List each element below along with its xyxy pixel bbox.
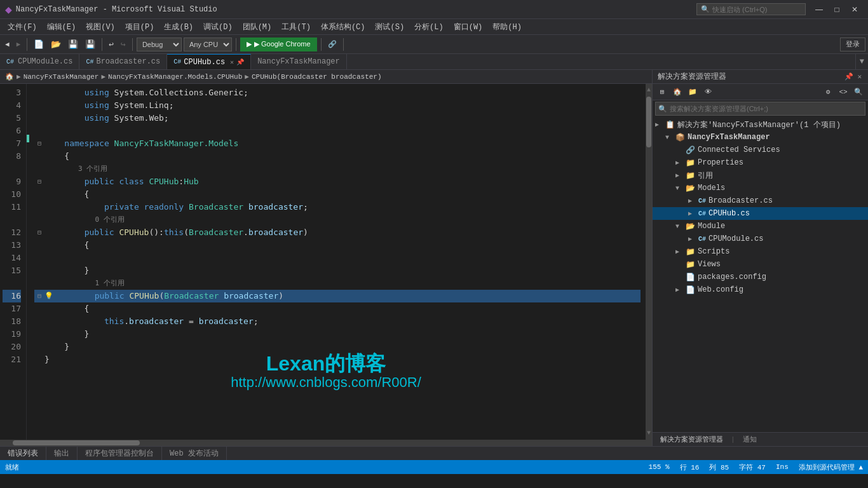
se-btn-showall[interactable]: 👁 xyxy=(701,86,715,98)
menu-arch[interactable]: 体系结构(C) xyxy=(316,20,370,34)
se-btn-collapse[interactable]: ⊞ xyxy=(655,86,669,98)
breadcrumb-sep3: ▶ xyxy=(245,72,249,81)
breadcrumb-project[interactable]: 🏠 xyxy=(5,72,14,81)
search-box[interactable]: 🔍 xyxy=(696,3,806,15)
horizontal-scrollbar[interactable] xyxy=(0,440,652,446)
status-zoom[interactable]: 155 % xyxy=(649,463,670,471)
se-btn-preview[interactable]: 🔍 xyxy=(851,86,865,98)
se-footer-tab2[interactable]: 通知 xyxy=(740,435,759,444)
se-btn-filter[interactable]: 📁 xyxy=(686,86,700,98)
code-line-3: using System.Collections.Generic; xyxy=(34,86,641,99)
breadcrumb-project-name[interactable]: NancyFxTaskManager xyxy=(24,73,99,81)
quick-launch-input[interactable] xyxy=(712,6,801,13)
menu-team[interactable]: 团队(M) xyxy=(238,20,277,34)
vertical-scrollbar[interactable]: ▲ ▼ xyxy=(646,84,652,440)
code-ref-hint-0: 0 个引用 xyxy=(34,214,641,226)
se-search-box[interactable]: 🔍 xyxy=(655,102,865,116)
vscroll-thumb[interactable] xyxy=(646,97,651,147)
menu-help[interactable]: 帮助(H) xyxy=(487,20,527,34)
code-line-18: this.broadcaster = broadcaster; xyxy=(34,315,641,328)
toolbar-open[interactable]: 📂 xyxy=(48,38,64,51)
toolbar-undo[interactable]: ↩ xyxy=(106,38,116,51)
status-ready[interactable]: 就绪 xyxy=(5,463,19,472)
status-bar: 就绪 155 % 行 16 列 85 字符 47 Ins 添加到源代码管理 ▲ xyxy=(0,460,868,474)
tree-item-cpuhub[interactable]: ▶ C# CPUHub.cs xyxy=(653,207,868,220)
status-mode[interactable]: Ins xyxy=(776,463,789,471)
menu-file[interactable]: 文件(F) xyxy=(3,20,42,34)
tree-item-packages[interactable]: 📄 packages.config xyxy=(653,271,868,283)
tree-item-project[interactable]: ▼ 📦 NancyFxTaskManager xyxy=(653,131,868,144)
tab-broadcaster[interactable]: C# Broadcaster.cs xyxy=(79,54,167,69)
toolbar-save[interactable]: 💾 xyxy=(65,38,81,51)
toolbar-back[interactable]: ◀ xyxy=(3,39,12,50)
close-button[interactable]: ✕ xyxy=(846,3,863,16)
toolbar-attach[interactable]: 🔗 xyxy=(325,39,339,50)
tab-cpumodule[interactable]: C# CPUModule.cs xyxy=(0,54,79,69)
toolbar-redo[interactable]: ↪ xyxy=(118,38,128,51)
line-numbers: 3 4 5 6 7 8 9 10 11 12 13 14 15 16 17 18… xyxy=(0,84,27,440)
toolbar-forward[interactable]: ▶ xyxy=(14,39,24,50)
menu-test[interactable]: 测试(S) xyxy=(370,20,409,34)
tab-project[interactable]: NancyFxTaskManager xyxy=(251,54,347,69)
tree-item-views[interactable]: 📁 Views xyxy=(653,258,868,271)
hscroll-thumb[interactable] xyxy=(13,440,140,445)
code-content[interactable]: using System.Collections.Generic; using … xyxy=(29,84,646,440)
menu-bar: 文件(F) 编辑(E) 视图(V) 项目(P) 生成(B) 调试(D) 团队(M… xyxy=(0,19,868,35)
status-row[interactable]: 行 16 xyxy=(680,463,700,472)
toolbar-separator4 xyxy=(236,38,236,51)
menu-analyze[interactable]: 分析(L) xyxy=(409,20,449,34)
tree-item-broadcaster[interactable]: ▶ C# Broadcaster.cs xyxy=(653,194,868,207)
tree-item-scripts[interactable]: ▶ 📁 Scripts xyxy=(653,245,868,258)
se-btn-settings[interactable]: ⚙ xyxy=(821,86,835,98)
login-button[interactable]: 登录 xyxy=(840,37,865,51)
menu-tools[interactable]: 工具(T) xyxy=(276,20,316,34)
se-footer-tab1[interactable]: 解决方案资源管理器 xyxy=(658,435,726,444)
run-button[interactable]: ▶ ▶ Google Chrome xyxy=(240,37,317,51)
se-search-input[interactable] xyxy=(670,105,862,112)
menu-build[interactable]: 生成(B) xyxy=(159,20,198,34)
tree-item-references[interactable]: ▶ 📁 引用 xyxy=(653,169,868,182)
se-footer-sep: | xyxy=(731,436,735,444)
tab-dropdown-arrow[interactable]: ▼ xyxy=(855,54,868,69)
status-tab-errors[interactable]: 错误列表 xyxy=(0,447,46,460)
platform-select[interactable]: Any CPU xyxy=(184,37,232,51)
tab-cpuhub-pin[interactable]: 📌 xyxy=(236,58,244,66)
tree-item-models[interactable]: ▼ 📂 Models xyxy=(653,182,868,194)
tree-item-solution[interactable]: ▶ 📋 解决方案'NancyFxTaskManager'(1 个项目) xyxy=(653,118,868,131)
menu-view[interactable]: 视图(V) xyxy=(81,20,120,34)
tree-item-cpumodule[interactable]: ▶ C# CPUModule.cs xyxy=(653,233,868,245)
se-close-btn[interactable]: ✕ xyxy=(856,72,863,81)
tab-cpuhub[interactable]: C# CPUHub.cs ✕ 📌 xyxy=(167,54,251,69)
tab-broadcaster-label: C# xyxy=(86,58,93,65)
toolbar-saveall[interactable]: 💾 xyxy=(83,38,98,51)
maximize-button[interactable]: □ xyxy=(829,3,845,16)
menu-debug[interactable]: 调试(D) xyxy=(198,20,238,34)
se-btn-refresh[interactable]: 🏠 xyxy=(670,86,684,98)
status-tab-publish[interactable]: Web 发布活动 xyxy=(162,447,227,460)
status-tab-package[interactable]: 程序包管理器控制台 xyxy=(78,447,162,460)
code-line-15: } xyxy=(34,264,641,277)
status-tab-output[interactable]: 输出 xyxy=(46,447,78,460)
debug-config-select[interactable]: Debug Release xyxy=(137,37,182,51)
status-char[interactable]: 字符 47 xyxy=(739,463,766,472)
app-title: NancyFxTaskManager - Microsoft Visual St… xyxy=(16,5,696,14)
breadcrumb-member[interactable]: CPUHub(Broadcaster broadcaster) xyxy=(252,73,382,81)
code-line-13: { xyxy=(34,239,641,252)
tree-item-properties[interactable]: ▶ 📁 Properties xyxy=(653,156,868,169)
se-btn-more[interactable]: <> xyxy=(836,86,850,98)
se-header: 解决方案资源管理器 📌 ✕ xyxy=(653,70,868,84)
breadcrumb-namespace[interactable]: NancyFxTaskManager.Models.CPUHub xyxy=(108,73,242,81)
se-pin-btn[interactable]: 📌 xyxy=(843,72,855,81)
menu-project[interactable]: 项目(P) xyxy=(120,20,159,34)
toolbar-new[interactable]: 📄 xyxy=(31,38,46,51)
tree-item-connected-services[interactable]: 🔗 Connected Services xyxy=(653,144,868,156)
status-vcs[interactable]: 添加到源代码管理 ▲ xyxy=(799,463,863,472)
tree-item-webconfig[interactable]: ▶ 📄 Web.config xyxy=(653,283,868,296)
minimize-button[interactable]: — xyxy=(811,3,827,16)
code-line-16: ⊟ 💡 public CPUHub(Broadcaster broadcaste… xyxy=(34,290,641,302)
tree-item-module[interactable]: ▼ 📂 Module xyxy=(653,220,868,233)
status-col[interactable]: 列 85 xyxy=(709,463,729,472)
menu-window[interactable]: 窗口(W) xyxy=(449,20,488,34)
tab-cpuhub-close[interactable]: ✕ xyxy=(230,58,234,66)
menu-edit[interactable]: 编辑(E) xyxy=(42,20,81,34)
